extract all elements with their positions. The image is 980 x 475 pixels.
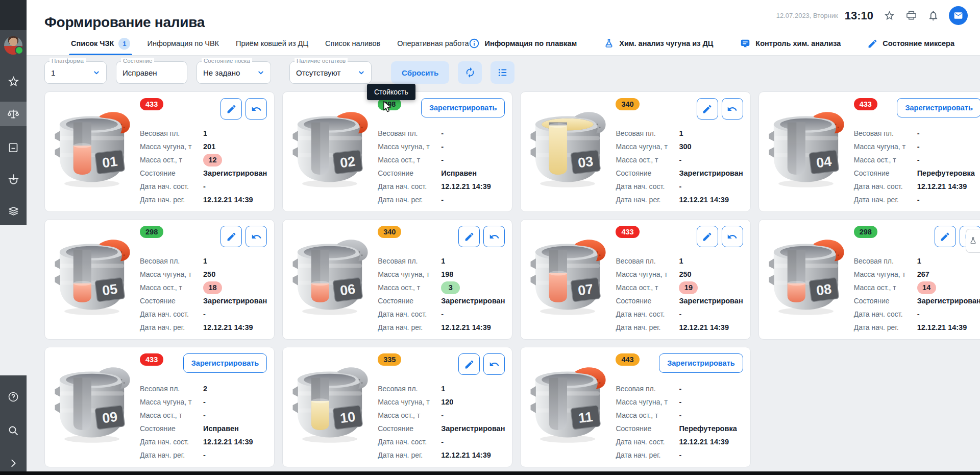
durability-badge[interactable]: 433 xyxy=(616,226,639,238)
link-chem-analysis-dc[interactable]: Хим. анализ чугуна из ДЦ xyxy=(603,38,713,49)
ladle-illustration: 06 xyxy=(285,229,375,319)
field-value: 12.12.21 14:39 xyxy=(679,196,729,204)
tab-pour-list[interactable]: Список наливов xyxy=(325,32,380,55)
sidebar-bottom-section xyxy=(0,375,27,475)
list-icon xyxy=(497,67,508,78)
favorites-button[interactable] xyxy=(883,10,895,22)
sidebar-item-search[interactable] xyxy=(0,418,27,443)
sidebar-item-favorites[interactable] xyxy=(0,69,27,93)
undo-button[interactable] xyxy=(483,353,505,375)
card-actions xyxy=(458,353,505,375)
list-view-button[interactable] xyxy=(491,61,514,84)
field-value: - xyxy=(679,398,681,406)
field-label: Дата нач. сост. xyxy=(140,182,203,191)
tab-czk-list[interactable]: Список ЧЗК 1 xyxy=(71,32,130,55)
filter-platform-select[interactable]: Платформа 1 xyxy=(44,61,107,84)
filter-bar: Платформа 1 Состояние Исправен Состояние… xyxy=(44,61,514,84)
ladle-illustration: 07 xyxy=(523,229,612,319)
field-value: Зарегистрирован xyxy=(441,297,505,305)
register-button[interactable]: Зарегистрировать xyxy=(659,353,743,373)
register-button[interactable]: Зарегистрировать xyxy=(897,98,980,117)
filter-residues-select[interactable]: Наличие остатков Отсутствуют xyxy=(289,61,372,84)
field-label: Весовая пл. xyxy=(616,129,679,137)
durability-badge[interactable]: 335 xyxy=(378,353,401,366)
refresh-button[interactable] xyxy=(458,61,482,84)
card-top-row: 298 xyxy=(140,226,267,251)
durability-badge[interactable]: 340 xyxy=(616,98,639,110)
field-row-iron_mass: Масса чугуна, т250 xyxy=(616,268,743,281)
tab-chvk-info[interactable]: Информация по ЧВК xyxy=(147,32,219,55)
edit-button[interactable] xyxy=(935,226,956,247)
durability-badge[interactable]: 433 xyxy=(140,98,163,110)
field-row-iron_mass: Масса чугуна, т267 xyxy=(854,268,980,281)
field-row-state: СостояниеПерефутеровка xyxy=(616,422,743,435)
undo-button[interactable] xyxy=(722,98,743,120)
durability-badge[interactable]: 298 xyxy=(854,226,877,238)
field-value: Зарегистрирован xyxy=(203,297,267,305)
field-label: Дата нач. сост. xyxy=(378,182,441,191)
undo-button[interactable] xyxy=(483,226,505,247)
field-row-state: СостояниеПерефутеровка xyxy=(854,167,980,180)
field-label: Масса чугуна, т xyxy=(616,398,679,406)
notifications-button[interactable] xyxy=(927,10,939,22)
durability-badge[interactable]: 443 xyxy=(616,353,639,366)
field-value: 1 xyxy=(917,257,921,265)
tab-operational-work[interactable]: Оперативная работа xyxy=(397,32,469,55)
reset-filters-button[interactable]: Сбросить xyxy=(391,61,449,84)
field-row-weight_platform: Весовая пл.1 xyxy=(616,127,743,140)
sidebar-item-help[interactable] xyxy=(0,385,27,409)
link-melt-info[interactable]: Информация по плавкам xyxy=(469,38,577,49)
ladle-image: 04 xyxy=(759,98,854,206)
field-row-weight_platform: Весовая пл.- xyxy=(854,127,980,140)
field-label: Весовая пл. xyxy=(140,385,203,393)
messages-avatar-button[interactable] xyxy=(949,6,968,25)
field-label: Весовая пл. xyxy=(140,129,203,137)
field-label: Дата нач. сост. xyxy=(616,438,679,446)
field-row-residue_mass: Масса ост., т12 xyxy=(140,153,267,167)
edit-button[interactable] xyxy=(697,226,718,247)
edit-button[interactable] xyxy=(458,226,480,247)
user-avatar[interactable] xyxy=(4,36,22,55)
sidebar-item-layers[interactable] xyxy=(0,198,27,223)
edit-button[interactable] xyxy=(697,98,718,120)
undo-button[interactable] xyxy=(722,226,743,247)
sidebar-item-weighing-active[interactable] xyxy=(0,102,27,126)
field-value: - xyxy=(917,196,920,204)
register-button[interactable]: Зарегистрировать xyxy=(183,353,267,373)
scales-icon xyxy=(7,107,20,121)
register-button[interactable]: Зарегистрировать xyxy=(421,98,505,117)
edit-button[interactable] xyxy=(458,353,480,375)
tab-ladle-receive[interactable]: Приём ковшей из ДЦ xyxy=(236,32,308,55)
print-button[interactable] xyxy=(905,10,917,22)
edit-button[interactable] xyxy=(220,98,242,120)
filter-state-select[interactable]: Состояние Исправен xyxy=(116,61,187,84)
field-row-weight_platform: Весовая пл.1 xyxy=(140,254,267,268)
svg-text:04: 04 xyxy=(815,154,832,171)
field-row-residue_mass: Масса ост., т- xyxy=(140,409,267,422)
field-label: Масса ост., т xyxy=(854,283,917,292)
durability-badge[interactable]: 433 xyxy=(854,98,877,110)
chem-analysis-panel-handle[interactable] xyxy=(966,229,980,253)
sidebar-item-documents[interactable] xyxy=(0,135,27,160)
undo-button[interactable] xyxy=(246,226,267,247)
card-content: 298 Весовая пл.1Масса чугуна, т250Масса … xyxy=(140,226,267,334)
card-fields: Весовая пл.1Масса чугуна, т120Масса ост.… xyxy=(378,382,505,462)
filter-label: Платформа xyxy=(50,58,86,64)
field-value: 250 xyxy=(679,270,691,278)
sidebar-item-ladle-receive[interactable] xyxy=(0,167,27,192)
durability-badge[interactable]: 433 xyxy=(140,353,163,366)
durability-badge[interactable]: 298 xyxy=(140,226,163,238)
durability-badge[interactable]: 340 xyxy=(378,226,401,238)
card-actions: Зарегистрировать xyxy=(421,98,505,117)
field-value: - xyxy=(679,385,681,393)
pencil-icon xyxy=(940,231,950,242)
field-value: 1 xyxy=(441,257,445,265)
pencil-icon xyxy=(702,104,713,114)
undo-button[interactable] xyxy=(246,98,267,120)
field-row-state_date: Дата нач. сост.- xyxy=(378,435,505,448)
link-chem-control[interactable]: Контроль хим. анализа xyxy=(740,38,841,49)
field-row-state_date: Дата нач. сост.- xyxy=(854,307,980,321)
edit-button[interactable] xyxy=(220,226,242,247)
filter-spout-state-select[interactable]: Состояние носка Не задано xyxy=(197,61,271,84)
link-mixer-state[interactable]: Состояние миксера xyxy=(867,38,954,49)
